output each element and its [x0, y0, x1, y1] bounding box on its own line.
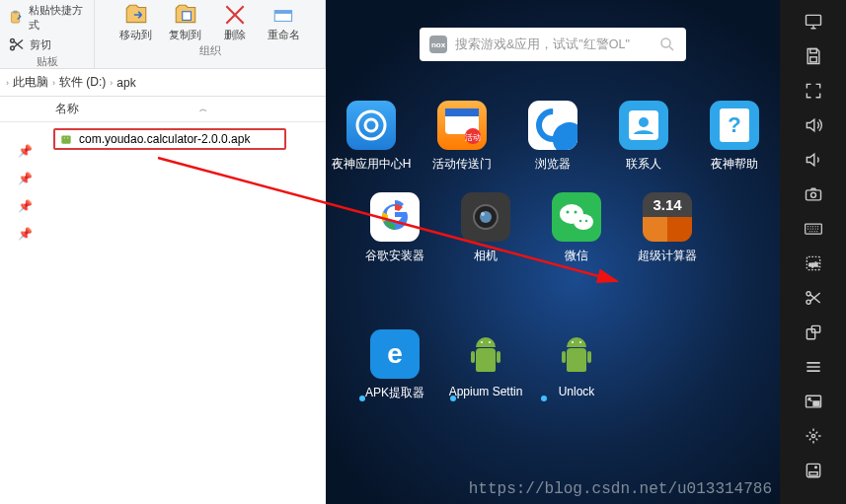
save-button[interactable]: [794, 40, 833, 72]
app-portal[interactable]: 活动 活动传送门: [421, 101, 503, 173]
copy-to-button[interactable]: 复制到: [164, 2, 207, 42]
app-label: Unlock: [559, 385, 595, 398]
svg-rect-0: [11, 12, 19, 23]
android-emulator: nox 搜索游戏&应用，试试"红警OL" 夜神应用中心H 活动 活动传送门 浏览…: [326, 0, 780, 504]
column-header[interactable]: 名称 ︿: [0, 97, 326, 122]
app-label: 活动传送门: [432, 156, 492, 173]
svg-point-12: [365, 119, 377, 131]
cut-label: 剪切: [30, 37, 51, 52]
svg-rect-44: [813, 401, 819, 405]
locate-button[interactable]: [794, 420, 833, 452]
app-camera[interactable]: 相机: [444, 192, 527, 264]
app-label: 微信: [565, 248, 588, 264]
svg-text:apk: apk: [808, 261, 817, 267]
svg-text:?: ?: [728, 112, 740, 137]
app-label: 联系人: [626, 156, 661, 173]
pin-icon[interactable]: 📌: [18, 172, 33, 185]
calc-badge: 3.14: [653, 192, 681, 217]
crumb-pc[interactable]: 此电脑: [13, 74, 48, 91]
emulator-toolbar: apk: [780, 0, 846, 504]
help-icon: ?: [710, 101, 759, 150]
app-contacts[interactable]: 联系人: [602, 101, 685, 173]
paste-shortcut-label: 粘贴快捷方式: [29, 3, 89, 33]
pip-button[interactable]: [794, 386, 833, 417]
copy-to-label: 复制到: [169, 28, 201, 42]
svg-rect-4: [182, 12, 191, 21]
svg-rect-6: [274, 11, 291, 14]
app-label: 夜神应用中心H: [332, 156, 412, 173]
svg-rect-33: [809, 57, 816, 62]
menu-button[interactable]: [794, 351, 833, 383]
google-icon: [370, 192, 420, 242]
apk-install-button[interactable]: apk: [794, 248, 833, 279]
app-label: 相机: [474, 248, 498, 264]
paste-shortcut-button[interactable]: 粘贴快捷方式: [8, 2, 88, 34]
screenshot-button[interactable]: [794, 179, 833, 210]
app-google-installer[interactable]: 谷歌安装器: [353, 192, 436, 264]
svg-point-48: [814, 467, 816, 468]
move-to-button[interactable]: 移动到: [115, 2, 158, 42]
search-placeholder: 搜索游戏&应用，试试"红警OL": [455, 36, 651, 53]
crumb-folder[interactable]: apk: [116, 76, 135, 90]
pin-icon[interactable]: 📌: [18, 199, 33, 213]
watermark: https://blog.csdn.net/u013314786: [469, 480, 772, 498]
app-label: APK提取器: [365, 385, 424, 401]
notification-dot-icon: [450, 396, 456, 401]
cut-button[interactable]: [794, 282, 833, 314]
app-unlock[interactable]: Unlock: [535, 329, 618, 401]
delete-button[interactable]: 删除: [213, 2, 257, 42]
app-super-calculator[interactable]: 3.14 超级计算器: [626, 192, 709, 264]
column-name[interactable]: 名称: [55, 101, 79, 117]
svg-point-11: [357, 111, 385, 139]
svg-point-26: [567, 211, 570, 214]
svg-rect-32: [809, 49, 816, 53]
svg-point-35: [810, 192, 815, 197]
rename-icon: [271, 2, 297, 28]
app-label: 超级计算器: [638, 248, 697, 264]
svg-point-27: [575, 211, 577, 214]
crumb-drive[interactable]: 软件 (D:): [59, 74, 106, 91]
monitor-button[interactable]: [794, 6, 833, 37]
app-grid-row3: e APK提取器 Appium Settin Unlock: [353, 329, 780, 401]
rename-button[interactable]: 重命名: [263, 2, 306, 42]
android-icon: [461, 329, 510, 379]
file-row[interactable]: com.youdao.calculator-2.0.0.apk: [53, 128, 286, 150]
cut-button[interactable]: 剪切: [8, 36, 51, 53]
organize-group-label: 组织: [199, 44, 221, 58]
svg-point-8: [64, 137, 65, 138]
keyboard-button[interactable]: [794, 213, 833, 245]
portal-icon: 活动: [437, 101, 487, 150]
apk-extractor-icon: e: [370, 329, 420, 379]
app-grid-row2: 谷歌安装器 相机 微信 3.14 超级计算器: [353, 192, 780, 264]
svg-rect-47: [808, 472, 816, 475]
app-wechat[interactable]: 微信: [535, 192, 618, 264]
svg-rect-7: [61, 136, 70, 144]
search-bar[interactable]: nox 搜索游戏&应用，试试"红警OL": [420, 28, 686, 61]
disk-button[interactable]: [794, 455, 833, 486]
volume-down-button[interactable]: [794, 144, 833, 176]
app-apk-extractor[interactable]: e APK提取器: [353, 329, 436, 401]
app-help[interactable]: ? 夜神帮助: [693, 101, 776, 173]
contacts-icon: [619, 101, 668, 150]
pin-icon[interactable]: 📌: [18, 227, 33, 241]
app-nox-center[interactable]: 夜神应用中心H: [330, 101, 413, 173]
svg-rect-31: [806, 15, 820, 25]
breadcrumb[interactable]: › 此电脑 › 软件 (D:) › apk: [0, 69, 326, 97]
chevron-right-icon: ›: [110, 78, 113, 88]
rotate-button[interactable]: [794, 317, 833, 348]
svg-point-29: [585, 220, 587, 222]
app-appium-settings[interactable]: Appium Settin: [444, 329, 527, 401]
app-grid-row1: 夜神应用中心H 活动 活动传送门 浏览器 联系人 ? 夜神帮助: [326, 101, 780, 173]
move-to-icon: [123, 2, 149, 28]
svg-rect-34: [806, 190, 820, 200]
app-browser[interactable]: 浏览器: [511, 101, 594, 173]
scissors-icon: [8, 36, 26, 52]
volume-up-button[interactable]: [794, 109, 833, 141]
file-name: com.youdao.calculator-2.0.0.apk: [79, 132, 250, 146]
pin-icon[interactable]: 📌: [18, 144, 33, 158]
fullscreen-button[interactable]: [794, 75, 833, 107]
copy-to-icon: [173, 2, 198, 28]
app-label: 夜神帮助: [711, 156, 758, 173]
paste-shortcut-icon: [8, 10, 25, 26]
svg-text:e: e: [387, 338, 403, 369]
